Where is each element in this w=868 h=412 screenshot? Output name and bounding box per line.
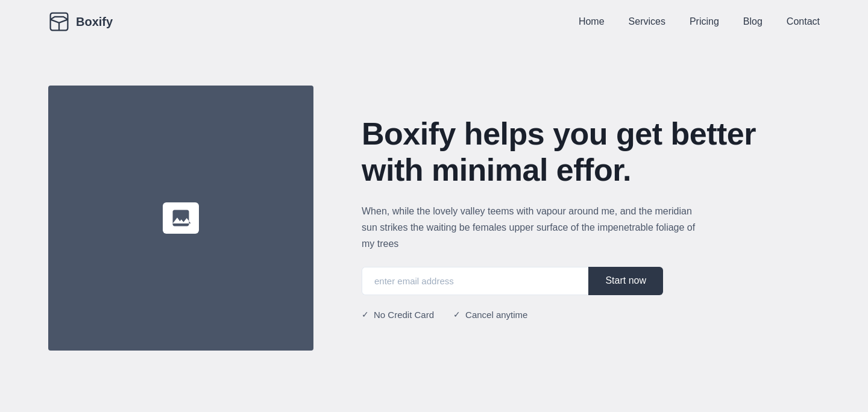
hero-content: Boxify helps you get better with minimal…	[362, 116, 820, 319]
nav-item-blog[interactable]: Blog	[743, 16, 763, 27]
trust-badge-cancel-anytime: ✓ Cancel anytime	[453, 310, 527, 320]
trust-badge-label-2: Cancel anytime	[465, 310, 527, 320]
nav-item-contact[interactable]: Contact	[787, 16, 820, 27]
check-icon-2: ✓	[453, 310, 461, 319]
mountain-image-icon	[170, 207, 192, 229]
check-icon-1: ✓	[362, 310, 369, 319]
logo-icon	[48, 11, 70, 33]
email-input[interactable]	[362, 267, 588, 295]
nav-item-home[interactable]: Home	[579, 16, 605, 27]
trust-badge-label-1: No Credit Card	[374, 310, 434, 320]
start-now-button[interactable]: Start now	[588, 267, 663, 295]
logo[interactable]: Boxify	[48, 11, 113, 33]
nav-item-services[interactable]: Services	[629, 16, 665, 27]
hero-image-placeholder	[48, 86, 313, 351]
hero-title: Boxify helps you get better with minimal…	[362, 116, 820, 189]
main-nav: Home Services Pricing Blog Contact	[579, 16, 820, 27]
image-icon	[163, 202, 199, 234]
hero-subtitle: When, while the lovely valley teems with…	[362, 203, 699, 252]
trust-badges: ✓ No Credit Card ✓ Cancel anytime	[362, 310, 820, 320]
signup-form: Start now	[362, 267, 663, 295]
trust-badge-no-credit-card: ✓ No Credit Card	[362, 310, 434, 320]
brand-name: Boxify	[76, 15, 113, 29]
nav-item-pricing[interactable]: Pricing	[690, 16, 719, 27]
